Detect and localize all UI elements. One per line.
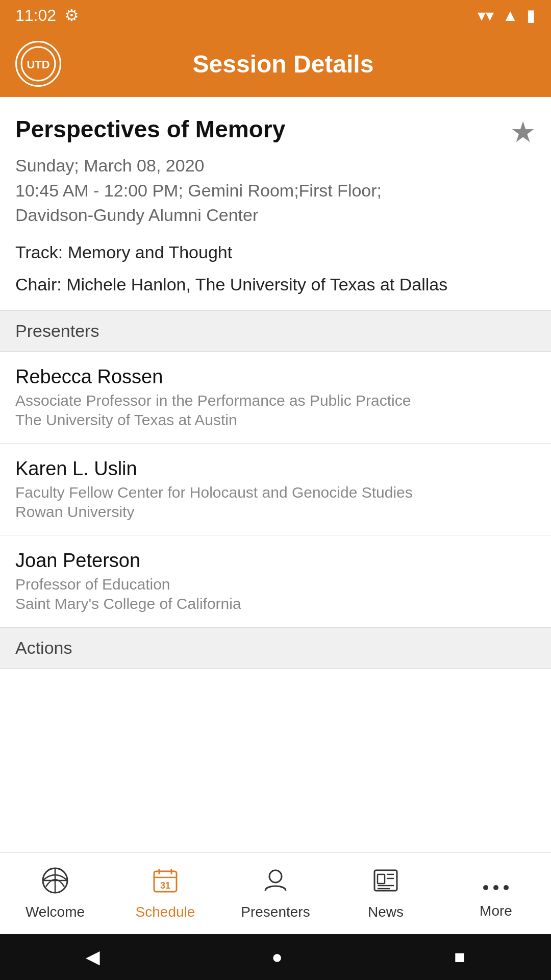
recents-button[interactable]: ■	[454, 946, 465, 968]
presenter-institution: Saint Mary's College of California	[15, 595, 536, 612]
presenter-item: Karen L. Uslin Faculty Fellow Center for…	[0, 444, 551, 535]
svg-text:UTD: UTD	[27, 58, 49, 71]
presenter-institution: The University of Texas at Austin	[15, 411, 536, 429]
presenter-role: Faculty Fellow Center for Holocaust and …	[15, 484, 536, 501]
status-time: 11:02	[15, 6, 56, 25]
news-label: News	[368, 904, 404, 920]
presenter-name: Joan Peterson	[15, 550, 536, 572]
more-label: More	[480, 903, 512, 919]
news-icon	[372, 867, 399, 900]
nav-item-presenters[interactable]: Presenters	[220, 853, 331, 934]
nav-item-news[interactable]: News	[331, 853, 441, 934]
presenter-name: Rebecca Rossen	[15, 366, 536, 388]
presenters-label: Presenters	[241, 904, 310, 920]
presenters-icon	[262, 867, 289, 900]
presenter-role: Associate Professor in the Performance a…	[15, 392, 536, 409]
schedule-label: Schedule	[136, 904, 195, 920]
svg-point-17	[483, 885, 488, 890]
svg-text:31: 31	[160, 880, 170, 891]
signal-icon: ▲	[502, 6, 518, 25]
session-track: Track: Memory and Thought	[15, 242, 536, 262]
schedule-icon: 31	[152, 867, 179, 900]
svg-point-10	[269, 870, 282, 883]
svg-point-18	[493, 885, 498, 890]
bottom-navigation: Welcome 31 Schedule Presenters	[0, 852, 551, 934]
session-date: Sunday; March 08, 2020	[15, 156, 536, 176]
presenter-item: Rebecca Rossen Associate Professor in th…	[0, 352, 551, 444]
app-logo: UTD	[15, 41, 61, 87]
session-title: Perspectives of Memory	[15, 115, 536, 143]
home-button[interactable]: ●	[271, 946, 283, 968]
session-chair: Chair: Michele Hanlon, The University of…	[15, 275, 536, 295]
android-navigation: ◀ ● ■	[0, 934, 551, 980]
presenter-item: Joan Peterson Professor of Education Sai…	[0, 535, 551, 627]
app-header: UTD Session Details	[0, 31, 551, 97]
welcome-label: Welcome	[26, 904, 85, 920]
nav-item-schedule[interactable]: 31 Schedule	[110, 853, 220, 934]
wifi-icon: ▾▾	[478, 6, 494, 25]
more-icon	[483, 868, 509, 899]
welcome-icon	[42, 867, 68, 900]
main-content: Perspectives of Memory ★ Sunday; March 0…	[0, 97, 551, 898]
session-info: Perspectives of Memory ★ Sunday; March 0…	[0, 97, 551, 310]
page-title: Session Details	[77, 50, 490, 78]
session-location: 10:45 AM - 12:00 PM; Gemini Room;First F…	[15, 179, 536, 227]
actions-section-header: Actions	[0, 627, 551, 669]
nav-item-more[interactable]: More	[441, 853, 551, 934]
back-button[interactable]: ◀	[86, 946, 100, 968]
presenters-section-header: Presenters	[0, 310, 551, 352]
presenter-name: Karen L. Uslin	[15, 458, 536, 480]
presenter-role: Professor of Education	[15, 576, 536, 593]
favorite-button[interactable]: ★	[510, 115, 536, 149]
nav-item-welcome[interactable]: Welcome	[0, 853, 110, 934]
status-bar: 11:02 ⚙ ▾▾ ▲ ▮	[0, 0, 551, 31]
svg-point-19	[504, 885, 509, 890]
battery-icon: ▮	[527, 6, 536, 25]
svg-rect-12	[378, 874, 385, 884]
settings-icon: ⚙	[64, 6, 79, 25]
presenter-institution: Rowan University	[15, 503, 536, 521]
